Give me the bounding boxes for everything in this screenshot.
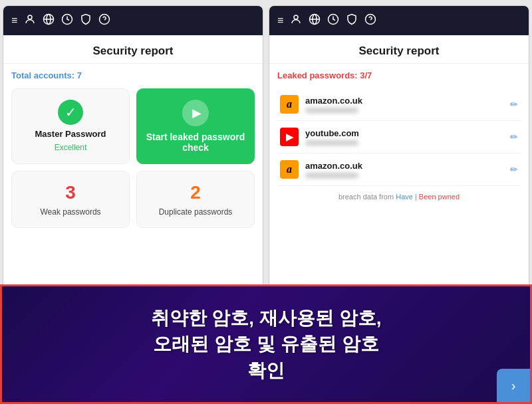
account-name: amazon.co.uk: [305, 96, 503, 106]
left-page-title: Security report: [93, 45, 174, 57]
checkmark-icon: ✓: [65, 104, 76, 120]
account-item[interactable]: a amazon.co.uk ✏: [277, 153, 521, 186]
account-info: amazon.co.uk: [305, 96, 503, 113]
left-title-bar: Security report: [3, 35, 263, 64]
duplicate-label: Duplicate passwords: [159, 207, 233, 217]
shield-icon[interactable]: [80, 13, 92, 28]
account-info: amazon.co.uk: [305, 161, 503, 178]
banner-line3: 확인: [247, 360, 285, 381]
edit-icon[interactable]: ✏: [510, 164, 518, 175]
account-item[interactable]: ▶ youtube.com ✏: [277, 121, 521, 153]
account-info: youtube.com: [305, 128, 503, 146]
account-list: a amazon.co.uk ✏ ▶ youtube.com ✏: [277, 88, 521, 186]
duplicate-passwords-card[interactable]: 2 Duplicate passwords: [136, 171, 255, 228]
amazon-logo: a: [280, 160, 299, 179]
right-title-bar: Security report: [269, 35, 529, 64]
edit-icon[interactable]: ✏: [510, 99, 518, 110]
master-password-label: Master Password: [35, 129, 106, 139]
history-icon[interactable]: [61, 13, 73, 28]
globe-icon[interactable]: [43, 13, 55, 28]
user-icon[interactable]: [24, 13, 36, 28]
banner-line1: 취약한 암호, 재사용된 암호,: [151, 308, 382, 328]
banner-line2: 오래된 암호 및 유출된 암호: [153, 334, 378, 354]
been-pwned-link[interactable]: Been pwned: [419, 193, 460, 201]
svg-point-0: [28, 15, 32, 19]
right-nav-bar: ≡: [269, 6, 529, 35]
account-password: [305, 140, 358, 146]
bottom-banner: 취약한 암호, 재사용된 암호, 오래된 암호 및 유출된 암호 확인 ›: [0, 284, 532, 404]
account-name: youtube.com: [305, 128, 503, 138]
leaked-label: Leaked passwords: 3/7: [277, 70, 521, 80]
master-password-card[interactable]: ✓ Master Password Excellent: [11, 88, 130, 164]
banner-text: 취약한 암호, 재사용된 암호, 오래된 암호 및 유출된 암호 확인: [138, 305, 395, 383]
help-icon[interactable]: [98, 13, 110, 28]
right-history-icon[interactable]: [327, 13, 339, 28]
weak-passwords-card[interactable]: 3 Weak passwords: [11, 171, 130, 228]
right-globe-icon[interactable]: [309, 13, 321, 28]
right-shield-icon[interactable]: [346, 13, 358, 28]
breach-info: breach data from Have | Been pwned: [277, 193, 521, 201]
start-check-card[interactable]: ▶ Start leaked password check: [136, 88, 255, 164]
menu-icon[interactable]: ≡: [11, 15, 17, 27]
right-menu-icon[interactable]: ≡: [277, 15, 283, 27]
master-password-status: Excellent: [55, 143, 87, 152]
youtube-logo: ▶: [280, 128, 299, 146]
total-accounts: Total accounts: 7: [11, 70, 255, 80]
bottom-right-button[interactable]: ›: [497, 369, 530, 402]
svg-point-7: [294, 15, 298, 19]
weak-passwords-count: 3: [65, 182, 76, 203]
play-icon-wrapper: ▶: [182, 100, 209, 126]
play-icon: ▶: [192, 106, 201, 120]
right-page-title: Security report: [359, 45, 440, 57]
master-password-icon: ✓: [58, 100, 83, 125]
left-nav-bar: ≡: [3, 6, 263, 35]
amazon-logo: a: [280, 95, 299, 114]
account-password: [305, 108, 358, 113]
account-name: amazon.co.uk: [305, 161, 503, 171]
right-user-icon[interactable]: [290, 13, 302, 28]
account-item[interactable]: a amazon.co.uk ✏: [277, 88, 521, 121]
weak-passwords-label: Weak passwords: [40, 207, 100, 217]
duplicate-count: 2: [190, 182, 201, 203]
arrow-icon: ›: [511, 378, 516, 393]
right-help-icon[interactable]: [364, 13, 376, 28]
start-check-label: Start leaked password check: [144, 132, 247, 153]
account-password: [305, 173, 358, 178]
have-link[interactable]: Have: [396, 193, 413, 201]
cards-grid: ✓ Master Password Excellent ▶ Start leak…: [11, 88, 255, 228]
edit-icon[interactable]: ✏: [510, 132, 518, 142]
